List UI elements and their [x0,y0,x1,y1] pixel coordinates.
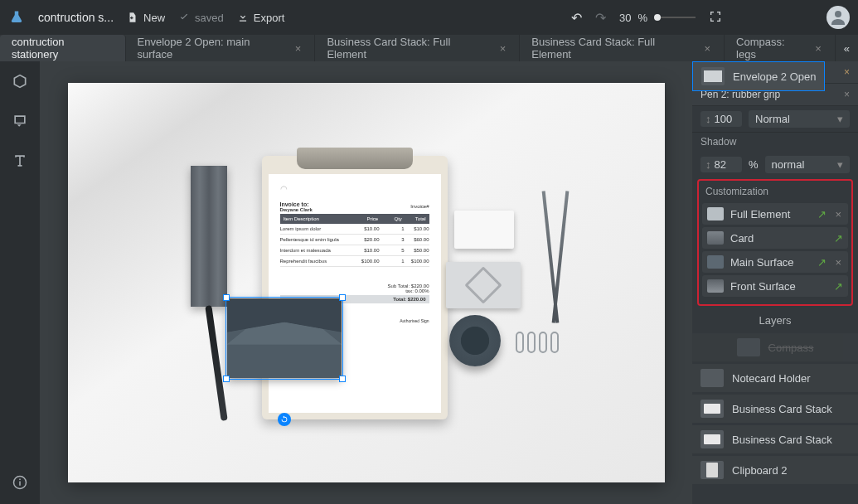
opacity-value: 100 [715,113,733,125]
layer-thumb [700,430,724,448]
text-icon [12,153,28,169]
resize-handle[interactable] [223,376,230,382]
popout-icon[interactable]: ↗ [817,208,826,220]
popout-icon[interactable]: ↗ [834,280,843,293]
layer-item[interactable]: Compass [692,333,858,361]
shadow-value: 82 [715,158,726,171]
image-upload-icon [12,113,28,129]
customization-item[interactable]: Main Surface↗× [702,251,848,273]
customization-item[interactable]: Front Surface↗ [702,275,848,297]
document-tabs: contruction stationery Envelope 2 Open: … [0,35,858,61]
tab-item[interactable]: Compass: legs× [725,35,836,61]
file-title: contruction s... [38,11,114,24]
download-icon [237,12,249,23]
close-icon[interactable]: × [813,42,823,55]
tab-main[interactable]: contruction stationery [0,35,126,61]
layer-thumb [700,369,724,387]
customization-name: Full Element [730,208,790,220]
popout-icon[interactable]: ↗ [834,232,843,245]
layer-thumb [700,461,724,479]
blend-select[interactable]: Normal▾ [749,110,850,128]
tab-label: Envelope 2 Open: main surface [138,36,287,61]
blend-value: Normal [755,113,790,125]
undo-button[interactable]: ↶ [571,10,582,26]
resize-handle[interactable] [223,294,230,301]
layer-thumb [700,400,724,418]
saved-label: saved [195,12,224,24]
layer-name: Business Card Stack [732,434,832,446]
close-icon[interactable]: × [498,42,508,55]
zoom-slider[interactable] [654,17,696,18]
close-icon[interactable]: × [833,256,843,269]
reload-button[interactable] [278,413,291,426]
fullscreen-button[interactable] [709,10,722,26]
tab-item[interactable]: Business Card Stack: Full Element× [315,35,520,61]
layer-name: Business Card Stack [732,403,832,415]
scene-canvas: ◠ Invoice to: Dwyane Clark Invoice# Item… [68,83,665,482]
layers-header: Layers [692,308,858,333]
layer-name: Compass [768,342,814,354]
zoom-controls: 30 % [619,12,696,24]
user-avatar[interactable] [826,6,850,29]
layer-name: Envelope 2 Open [733,70,816,83]
close-icon[interactable]: × [844,66,850,78]
refresh-icon [280,415,288,424]
folder-mock [191,166,227,307]
shadow-opacity-input[interactable]: ↕82 [700,157,742,172]
customization-item[interactable]: Full Element↗× [702,203,848,225]
export-button[interactable]: Export [237,12,285,24]
layer-name: Clipboard 2 [732,464,788,477]
cube-icon [12,73,28,90]
selection-box[interactable] [225,297,343,380]
customization-section: Customization Full Element↗× Card↗ Main … [697,179,853,306]
paperclips-mock [516,332,565,356]
canvas-area[interactable]: ◠ Invoice to: Dwyane Clark Invoice# Item… [40,61,692,504]
tab-item[interactable]: Envelope 2 Open: main surface× [126,35,316,61]
shapes-tool[interactable] [10,71,30,91]
tab-label: Business Card Stack: Full Element [327,36,491,61]
layer-item[interactable]: Notecard Holder [692,364,858,392]
tab-label: Business Card Stack: Full Element [531,36,696,61]
close-icon[interactable]: × [293,42,303,55]
tape-mock [449,315,501,366]
clipboard-mock: ◠ Invoice to: Dwyane Clark Invoice# Item… [262,156,448,419]
new-label: New [143,12,165,24]
info-icon [12,475,27,490]
layer-thumb [701,67,725,85]
shadow-label: Shadow [692,133,858,151]
customization-item[interactable]: Card↗ [702,227,848,249]
saved-indicator: saved [178,12,224,24]
customization-name: Main Surface [730,256,794,269]
tabs-overflow[interactable]: « [836,35,858,61]
layer-item[interactable]: Envelope 2 Open [692,61,825,91]
thumb-icon [707,255,724,269]
close-icon[interactable]: × [833,208,843,220]
popout-icon[interactable]: ↗ [817,256,826,269]
customization-label: Customization [700,184,850,201]
tab-item[interactable]: Business Card Stack: Full Element× [520,35,725,61]
notecard-mock [454,211,514,249]
opacity-input[interactable]: ↕100 [700,111,742,127]
info-button[interactable] [10,472,30,492]
close-icon[interactable]: × [703,42,713,55]
resize-handle[interactable] [339,376,346,382]
close-icon[interactable]: × [844,89,850,100]
zoom-unit: % [637,12,647,24]
tab-label: contruction stationery [12,36,114,61]
text-tool[interactable] [10,151,30,171]
layer-name: Notecard Holder [732,372,811,385]
resize-handle[interactable] [339,294,346,301]
layer-item[interactable]: Business Card Stack [692,395,858,423]
new-button[interactable]: New [127,12,165,24]
right-panel: Tape Standing: Full Element× Pen 2: rubb… [692,61,858,504]
import-tool[interactable] [10,111,30,131]
export-label: Export [254,12,285,24]
layer-item[interactable]: Business Card Stack [692,425,858,453]
thumb-icon [707,207,724,220]
layer-item[interactable]: Clipboard 2 [692,456,858,484]
fullscreen-icon [709,10,722,23]
shadow-blend-select[interactable]: normal▾ [765,156,850,173]
compass-mock [539,191,572,323]
shadow-unit: % [749,158,759,171]
redo-button[interactable]: ↷ [595,10,606,26]
